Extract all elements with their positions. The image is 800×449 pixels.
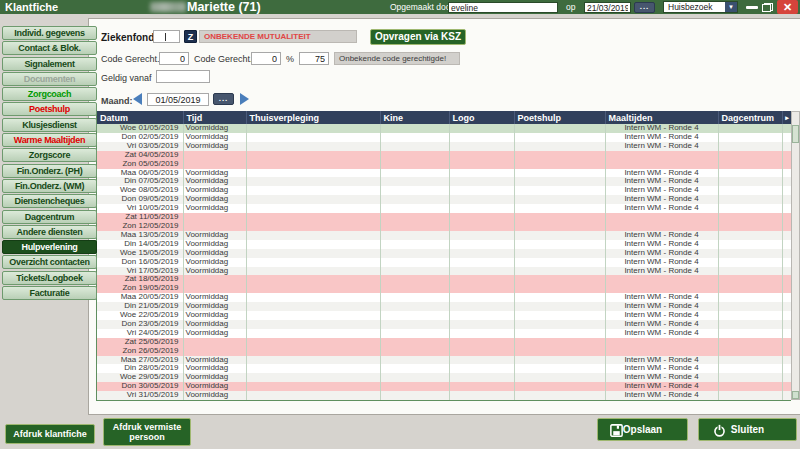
next-month-icon[interactable] bbox=[240, 93, 249, 105]
scrollbar-thumb[interactable] bbox=[792, 125, 799, 143]
cell-kine bbox=[380, 249, 449, 258]
geldig-vanaf-input[interactable] bbox=[156, 70, 210, 83]
close-icon[interactable]: ✕ bbox=[777, 0, 798, 14]
ziekenfonds-search-button[interactable]: Z bbox=[184, 30, 197, 43]
sidebar-item-dienstencheques[interactable]: Dienstencheques bbox=[2, 194, 97, 208]
cell-tijd: Voormiddag bbox=[183, 320, 246, 329]
opslaan-button[interactable]: Opslaan bbox=[597, 418, 688, 441]
afdruk-klantfiche-button[interactable]: Afdruk klantfiche bbox=[5, 424, 95, 444]
sluiten-button[interactable]: Sluiten bbox=[698, 418, 797, 441]
cell-datum: Woe 01/05/2019 bbox=[97, 124, 183, 133]
created-by-input[interactable] bbox=[448, 2, 558, 13]
sidebar-item-poetshulp[interactable]: Poetshulp bbox=[2, 102, 97, 116]
cell-tijd: Voormiddag bbox=[183, 302, 246, 311]
table-row[interactable]: Zat 25/05/2019 bbox=[97, 338, 792, 347]
maand-browse-button[interactable]: ... bbox=[213, 93, 234, 105]
sidebar-item-overzicht-contacten[interactable]: Overzicht contacten bbox=[2, 255, 97, 269]
cell-logo bbox=[449, 391, 514, 400]
sidebar-item-fin-onderz-wm[interactable]: Fin.Onderz. (WM) bbox=[2, 179, 97, 193]
cell-datum: Don 02/05/2019 bbox=[97, 133, 183, 142]
sidebar: Individ. gegevens Contact & Blok. Signal… bbox=[2, 26, 97, 301]
cell-logo bbox=[449, 267, 514, 276]
sidebar-item-zorgcoach[interactable]: Zorgcoach bbox=[2, 87, 97, 101]
table-row[interactable]: Don 23/05/2019VoormiddagIntern WM - Rond… bbox=[97, 320, 792, 329]
cell-datum: Zon 26/05/2019 bbox=[97, 347, 183, 356]
contact-type-select[interactable]: Huisbezoek ▼ bbox=[663, 1, 738, 13]
table-row[interactable]: Vri 10/05/2019VoormiddagIntern WM - Rond… bbox=[97, 204, 792, 213]
cell-maaltijden bbox=[605, 338, 718, 347]
sidebar-item-tickets-logboek[interactable]: Tickets/Logboek bbox=[2, 271, 97, 285]
sidebar-item-fin-onderz-ph[interactable]: Fin.Onderz. (PH) bbox=[2, 164, 97, 178]
table-row[interactable]: Din 07/05/2019VoormiddagIntern WM - Rond… bbox=[97, 177, 792, 186]
table-row[interactable]: Zon 05/05/2019 bbox=[97, 160, 792, 169]
table-row[interactable]: Zon 26/05/2019 bbox=[97, 347, 792, 356]
cell-datum: Vri 17/05/2019 bbox=[97, 267, 183, 276]
table-row[interactable]: Din 14/05/2019VoormiddagIntern WM - Rond… bbox=[97, 240, 792, 249]
table-row[interactable]: Zat 11/05/2019 bbox=[97, 213, 792, 222]
previous-month-icon[interactable] bbox=[133, 93, 142, 105]
cell-kine bbox=[380, 364, 449, 373]
cell-maaltijden: Intern WM - Ronde 4 bbox=[605, 356, 718, 365]
contact-type-value: Huisbezoek bbox=[668, 2, 712, 12]
created-date-input[interactable] bbox=[584, 2, 631, 13]
chevron-down-icon[interactable]: ▼ bbox=[725, 2, 737, 12]
cell-tijd: Voormiddag bbox=[183, 249, 246, 258]
table-row[interactable]: Zon 12/05/2019 bbox=[97, 222, 792, 231]
table-row[interactable]: Woe 29/05/2019VoormiddagIntern WM - Rond… bbox=[97, 373, 792, 382]
sidebar-item-facturatie[interactable]: Facturatie bbox=[2, 286, 97, 300]
table-row[interactable]: Zon 19/05/2019 bbox=[97, 284, 792, 293]
cell-kine bbox=[380, 391, 449, 400]
cell-dagcentrum bbox=[718, 142, 782, 151]
table-row[interactable]: Woe 15/05/2019VoormiddagIntern WM - Rond… bbox=[97, 249, 792, 258]
table-row[interactable]: Din 28/05/2019VoormiddagIntern WM - Rond… bbox=[97, 364, 792, 373]
afdruk-vermiste-persoon-button[interactable]: Afdruk vermiste persoon bbox=[103, 418, 191, 446]
table-row[interactable]: Vri 17/05/2019VoormiddagIntern WM - Rond… bbox=[97, 267, 792, 276]
table-row[interactable]: Maa 06/05/2019VoormiddagIntern WM - Rond… bbox=[97, 169, 792, 178]
sidebar-item-dagcentrum[interactable]: Dagcentrum bbox=[2, 210, 97, 224]
opvragen-ksz-button[interactable]: Opvragen via KSZ bbox=[370, 29, 466, 45]
cell-thuisverpleging bbox=[246, 382, 380, 391]
restore-icon[interactable] bbox=[762, 3, 773, 12]
cell-dagcentrum bbox=[718, 382, 782, 391]
vertical-scrollbar[interactable] bbox=[791, 111, 800, 400]
table-row[interactable]: Woe 22/05/2019VoormiddagIntern WM - Rond… bbox=[97, 311, 792, 320]
sidebar-item-andere-diensten[interactable]: Andere diensten bbox=[2, 225, 97, 239]
sidebar-item-signalement[interactable]: Signalement bbox=[2, 57, 97, 71]
sidebar-item-contact-blok[interactable]: Contact & Blok. bbox=[2, 41, 97, 55]
sidebar-item-individ-gegevens[interactable]: Individ. gegevens bbox=[2, 26, 97, 40]
table-row[interactable]: Vri 03/05/2019VoormiddagIntern WM - Rond… bbox=[97, 142, 792, 151]
sidebar-item-hulpverlening[interactable]: Hulpverlening bbox=[2, 240, 97, 254]
percent-input[interactable] bbox=[299, 52, 329, 65]
cell-logo bbox=[449, 382, 514, 391]
maand-input[interactable] bbox=[147, 93, 209, 106]
sidebar-item-klusjesdienst[interactable]: Klusjesdienst bbox=[2, 118, 97, 132]
minimize-button[interactable] bbox=[746, 6, 758, 9]
table-row[interactable]: Vri 24/05/2019VoormiddagIntern WM - Rond… bbox=[97, 329, 792, 338]
table-row[interactable]: Don 16/05/2019VoormiddagIntern WM - Rond… bbox=[97, 258, 792, 267]
cell-maaltijden bbox=[605, 347, 718, 356]
sidebar-item-warme-maaltijden[interactable]: Warme Maaltijden bbox=[2, 133, 97, 147]
table-row[interactable]: Maa 13/05/2019VoormiddagIntern WM - Rond… bbox=[97, 231, 792, 240]
cell-tijd: Voormiddag bbox=[183, 356, 246, 365]
ziekenfonds-input[interactable] bbox=[153, 30, 180, 43]
cell-maaltijden: Intern WM - Ronde 4 bbox=[605, 329, 718, 338]
table-row[interactable]: Maa 20/05/2019VoormiddagIntern WM - Rond… bbox=[97, 293, 792, 302]
cell-thuisverpleging bbox=[246, 160, 380, 169]
table-row[interactable]: Woe 01/05/2019VoormiddagIntern WM - Rond… bbox=[97, 124, 792, 133]
table-row[interactable]: Din 21/05/2019VoormiddagIntern WM - Rond… bbox=[97, 302, 792, 311]
table-row[interactable]: Don 30/05/2019VoormiddagIntern WM - Rond… bbox=[97, 382, 792, 391]
table-row[interactable]: Woe 08/05/2019VoormiddagIntern WM - Rond… bbox=[97, 186, 792, 195]
table-row[interactable]: Maa 27/05/2019VoormiddagIntern WM - Rond… bbox=[97, 356, 792, 365]
cell-thuisverpleging bbox=[246, 320, 380, 329]
code-gerecht1-input[interactable] bbox=[159, 52, 189, 65]
sidebar-item-zorgscore[interactable]: Zorgscore bbox=[2, 148, 97, 162]
table-row[interactable]: Vri 31/05/2019VoormiddagIntern WM - Rond… bbox=[97, 391, 792, 400]
code-gerecht2-input[interactable] bbox=[251, 52, 281, 65]
date-browse-button[interactable]: ... bbox=[634, 2, 655, 13]
cell-poetshulp bbox=[514, 169, 605, 178]
table-row[interactable]: Zat 04/05/2019 bbox=[97, 151, 792, 160]
table-row[interactable]: Don 02/05/2019VoormiddagIntern WM - Rond… bbox=[97, 133, 792, 142]
table-row[interactable]: Don 09/05/2019VoormiddagIntern WM - Rond… bbox=[97, 195, 792, 204]
cell-tijd: Voormiddag bbox=[183, 204, 246, 213]
table-row[interactable]: Zat 18/05/2019 bbox=[97, 275, 792, 284]
